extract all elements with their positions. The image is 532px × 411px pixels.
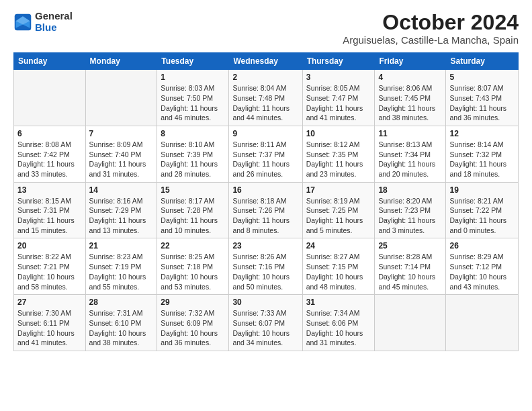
cell-sunrise: Sunrise: 7:34 AM [306,308,371,318]
cell-sunrise: Sunrise: 8:07 AM [449,83,515,93]
cell-sunrise: Sunrise: 8:14 AM [449,140,515,150]
cell-sunrise: Sunrise: 8:28 AM [378,252,442,262]
cell-detail: Sunrise: 8:06 AMSunset: 7:45 PMDaylight:… [378,83,442,123]
calendar-cell: 18Sunrise: 8:20 AMSunset: 7:23 PMDayligh… [375,182,446,238]
cell-detail: Sunrise: 8:16 AMSunset: 7:29 PMDaylight:… [89,196,154,236]
cell-day-number: 2 [232,73,298,82]
cell-sunrise: Sunrise: 8:19 AM [306,196,371,206]
cell-detail: Sunrise: 8:11 AMSunset: 7:37 PMDaylight:… [232,140,298,179]
cell-day-number: 14 [89,185,154,195]
week-row-2: 13Sunrise: 8:15 AMSunset: 7:31 PMDayligh… [14,182,519,238]
cell-daylight: Daylight: 10 hours and 45 minutes. [378,272,442,291]
cell-day-number: 1 [161,73,225,82]
cell-daylight: Daylight: 10 hours and 31 minutes. [306,328,371,348]
cell-daylight: Daylight: 10 hours and 36 minutes. [161,328,225,348]
cell-day-number: 9 [232,129,298,138]
cell-sunrise: Sunrise: 8:18 AM [232,196,298,206]
cell-sunrise: Sunrise: 7:31 AM [89,308,154,318]
cell-sunrise: Sunrise: 8:25 AM [161,252,225,262]
calendar-cell: 31Sunrise: 7:34 AMSunset: 6:06 PMDayligh… [302,295,375,351]
calendar-cell: 7Sunrise: 8:09 AMSunset: 7:40 PMDaylight… [85,126,157,182]
cell-sunset: Sunset: 7:50 PM [161,93,225,103]
calendar-cell: 4Sunrise: 8:06 AMSunset: 7:45 PMDaylight… [375,70,446,126]
cell-sunset: Sunset: 7:39 PM [161,150,225,160]
cell-sunset: Sunset: 6:11 PM [17,318,82,328]
calendar-cell: 15Sunrise: 8:17 AMSunset: 7:28 PMDayligh… [157,182,229,238]
calendar-cell: 14Sunrise: 8:16 AMSunset: 7:29 PMDayligh… [85,182,157,238]
week-row-4: 27Sunrise: 7:30 AMSunset: 6:11 PMDayligh… [14,295,519,351]
cell-day-number: 26 [449,241,515,250]
cell-detail: Sunrise: 8:18 AMSunset: 7:26 PMDaylight:… [232,196,298,236]
calendar-cell: 30Sunrise: 7:33 AMSunset: 6:07 PMDayligh… [229,295,302,351]
header-tuesday: Tuesday [157,53,229,70]
cell-day-number: 11 [378,129,442,138]
week-row-3: 20Sunrise: 8:22 AMSunset: 7:21 PMDayligh… [14,238,519,295]
calendar-cell: 1Sunrise: 8:03 AMSunset: 7:50 PMDaylight… [157,70,229,126]
cell-sunset: Sunset: 7:47 PM [306,93,371,103]
cell-sunrise: Sunrise: 8:15 AM [17,196,82,206]
header-saturday: Saturday [446,53,519,70]
cell-detail: Sunrise: 8:28 AMSunset: 7:14 PMDaylight:… [378,252,442,291]
cell-daylight: Daylight: 11 hours and 20 minutes. [378,159,442,179]
cell-detail: Sunrise: 8:23 AMSunset: 7:19 PMDaylight:… [89,252,154,291]
cell-daylight: Daylight: 11 hours and 44 minutes. [232,103,298,123]
cell-day-number: 17 [306,185,371,195]
title-block: October 2024 Arguisuelas, Castille-La Ma… [343,11,519,46]
cell-detail: Sunrise: 8:07 AMSunset: 7:43 PMDaylight:… [449,83,515,123]
cell-sunrise: Sunrise: 8:08 AM [17,140,82,150]
cell-sunset: Sunset: 7:18 PM [161,262,225,272]
cell-sunset: Sunset: 7:12 PM [449,262,515,272]
calendar-cell: 5Sunrise: 8:07 AMSunset: 7:43 PMDaylight… [446,70,519,126]
calendar-cell: 2Sunrise: 8:04 AMSunset: 7:48 PMDaylight… [229,70,302,126]
calendar-cell: 19Sunrise: 8:21 AMSunset: 7:22 PMDayligh… [446,182,519,238]
cell-sunrise: Sunrise: 8:13 AM [378,140,442,150]
cell-sunset: Sunset: 7:19 PM [89,262,154,272]
cell-detail: Sunrise: 8:05 AMSunset: 7:47 PMDaylight:… [306,83,371,123]
cell-sunset: Sunset: 6:06 PM [306,318,371,328]
cell-detail: Sunrise: 8:15 AMSunset: 7:31 PMDaylight:… [17,196,82,236]
logo: General Blue [13,11,73,33]
cell-detail: Sunrise: 8:19 AMSunset: 7:25 PMDaylight:… [306,196,371,236]
calendar-cell: 23Sunrise: 8:26 AMSunset: 7:16 PMDayligh… [229,238,302,295]
cell-detail: Sunrise: 8:25 AMSunset: 7:18 PMDaylight:… [161,252,225,291]
cell-day-number: 10 [306,129,371,138]
logo-icon [13,13,32,32]
cell-daylight: Daylight: 11 hours and 36 minutes. [449,103,515,123]
calendar-cell: 27Sunrise: 7:30 AMSunset: 6:11 PMDayligh… [14,295,86,351]
header-friday: Friday [375,53,446,70]
cell-daylight: Daylight: 11 hours and 15 minutes. [17,216,82,235]
cell-daylight: Daylight: 10 hours and 55 minutes. [89,272,154,291]
cell-day-number: 19 [449,185,515,195]
cell-detail: Sunrise: 8:09 AMSunset: 7:40 PMDaylight:… [89,140,154,179]
cell-daylight: Daylight: 10 hours and 58 minutes. [17,272,82,291]
cell-daylight: Daylight: 11 hours and 46 minutes. [161,103,225,123]
cell-detail: Sunrise: 7:32 AMSunset: 6:09 PMDaylight:… [161,308,225,348]
cell-sunrise: Sunrise: 8:04 AM [232,83,298,93]
cell-detail: Sunrise: 8:17 AMSunset: 7:28 PMDaylight:… [161,196,225,236]
cell-day-number: 7 [89,129,154,138]
calendar-cell: 10Sunrise: 8:12 AMSunset: 7:35 PMDayligh… [302,126,375,182]
cell-detail: Sunrise: 8:12 AMSunset: 7:35 PMDaylight:… [306,140,371,179]
cell-detail: Sunrise: 8:27 AMSunset: 7:15 PMDaylight:… [306,252,371,291]
week-row-0: 1Sunrise: 8:03 AMSunset: 7:50 PMDaylight… [14,70,519,126]
cell-day-number: 4 [378,73,442,82]
cell-day-number: 5 [449,73,515,82]
cell-detail: Sunrise: 8:04 AMSunset: 7:48 PMDaylight:… [232,83,298,123]
cell-detail: Sunrise: 8:03 AMSunset: 7:50 PMDaylight:… [161,83,225,123]
cell-day-number: 22 [161,241,225,250]
calendar-cell: 9Sunrise: 8:11 AMSunset: 7:37 PMDaylight… [229,126,302,182]
cell-daylight: Daylight: 10 hours and 50 minutes. [232,272,298,291]
calendar-cell: 20Sunrise: 8:22 AMSunset: 7:21 PMDayligh… [14,238,86,295]
cell-sunrise: Sunrise: 8:06 AM [378,83,442,93]
header-thursday: Thursday [302,53,375,70]
cell-daylight: Daylight: 10 hours and 48 minutes. [306,272,371,291]
cell-sunset: Sunset: 6:07 PM [232,318,298,328]
cell-day-number: 30 [232,298,298,307]
cell-sunset: Sunset: 7:23 PM [378,205,442,216]
calendar-cell: 29Sunrise: 7:32 AMSunset: 6:09 PMDayligh… [157,295,229,351]
cell-daylight: Daylight: 11 hours and 18 minutes. [449,159,515,179]
page: General Blue October 2024 Arguisuelas, C… [0,0,532,411]
calendar-cell: 11Sunrise: 8:13 AMSunset: 7:34 PMDayligh… [375,126,446,182]
cell-sunrise: Sunrise: 8:29 AM [449,252,515,262]
cell-detail: Sunrise: 8:26 AMSunset: 7:16 PMDaylight:… [232,252,298,291]
